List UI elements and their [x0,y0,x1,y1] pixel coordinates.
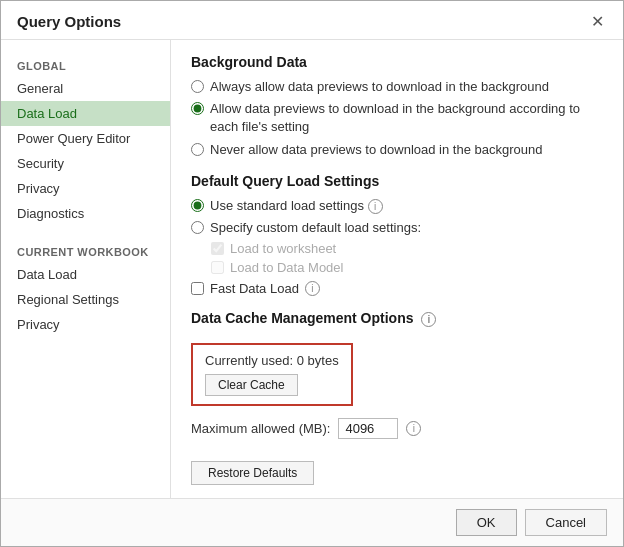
restore-defaults-button[interactable]: Restore Defaults [191,461,314,485]
bg-never-radio[interactable] [191,143,204,156]
fast-data-load-label: Fast Data Load [210,281,299,296]
sidebar-item-power-query-editor[interactable]: Power Query Editor [1,126,170,151]
bg-allow-row: Allow data previews to download in the b… [191,100,603,136]
load-data-model-label: Load to Data Model [230,260,343,275]
standard-load-radio[interactable] [191,199,204,212]
background-data-section: Always allow data previews to download i… [191,78,603,159]
restore-defaults-container: Restore Defaults [191,443,603,485]
standard-load-info-icon: i [368,199,383,214]
sidebar-item-data-load[interactable]: Data Load [1,101,170,126]
custom-load-label: Specify custom default load settings: [210,219,421,237]
cancel-button[interactable]: Cancel [525,509,607,536]
sidebar-item-wb-regional-settings[interactable]: Regional Settings [1,287,170,312]
custom-load-radio[interactable] [191,221,204,234]
data-cache-heading: Data Cache Management Options i [191,310,603,327]
bg-allow-label: Allow data previews to download in the b… [210,100,603,136]
bg-always-radio[interactable] [191,80,204,93]
bg-always-row: Always allow data previews to download i… [191,78,603,96]
bg-never-label: Never allow data previews to download in… [210,141,542,159]
cache-box: Currently used: 0 bytes Clear Cache [191,343,353,406]
sidebar-item-security[interactable]: Security [1,151,170,176]
standard-load-label: Use standard load settings i [210,197,383,215]
global-section-label: GLOBAL [1,52,170,76]
dialog-titlebar: Query Options ✕ [1,1,623,40]
main-content: Background Data Always allow data previe… [171,40,623,498]
max-allowed-label: Maximum allowed (MB): [191,421,330,436]
main-scroll-area: Background Data Always allow data previe… [171,40,623,498]
standard-load-row: Use standard load settings i [191,197,603,215]
sidebar-item-general[interactable]: General [1,76,170,101]
load-data-model-row: Load to Data Model [211,260,603,275]
custom-load-options: Load to worksheet Load to Data Model [211,241,603,275]
sidebar: GLOBAL General Data Load Power Query Edi… [1,40,171,498]
sidebar-item-wb-data-load[interactable]: Data Load [1,262,170,287]
max-allowed-info-icon: i [406,421,421,436]
bg-never-row: Never allow data previews to download in… [191,141,603,159]
max-allowed-row: Maximum allowed (MB): i [191,418,603,439]
custom-load-row: Specify custom default load settings: [191,219,603,237]
load-worksheet-row: Load to worksheet [211,241,603,256]
dialog-body: GLOBAL General Data Load Power Query Edi… [1,40,623,498]
bg-always-label: Always allow data previews to download i… [210,78,549,96]
cache-used-text: Currently used: 0 bytes [205,353,339,368]
fast-data-load-row: Fast Data Load i [191,281,603,296]
data-cache-info-icon: i [421,312,436,327]
load-data-model-checkbox[interactable] [211,261,224,274]
fast-data-load-checkbox[interactable] [191,282,204,295]
dialog-footer: OK Cancel [1,498,623,546]
fast-load-info-icon: i [305,281,320,296]
query-options-dialog: Query Options ✕ GLOBAL General Data Load… [0,0,624,547]
close-button[interactable]: ✕ [587,11,607,31]
load-worksheet-checkbox[interactable] [211,242,224,255]
sidebar-item-privacy[interactable]: Privacy [1,176,170,201]
sidebar-item-diagnostics[interactable]: Diagnostics [1,201,170,226]
default-query-heading: Default Query Load Settings [191,173,603,189]
ok-button[interactable]: OK [456,509,517,536]
sidebar-item-wb-privacy[interactable]: Privacy [1,312,170,337]
max-allowed-input[interactable] [338,418,398,439]
bg-allow-radio[interactable] [191,102,204,115]
load-worksheet-label: Load to worksheet [230,241,336,256]
workbook-section-label: CURRENT WORKBOOK [1,238,170,262]
dialog-title: Query Options [17,13,121,30]
clear-cache-button[interactable]: Clear Cache [205,374,298,396]
background-data-heading: Background Data [191,54,603,70]
